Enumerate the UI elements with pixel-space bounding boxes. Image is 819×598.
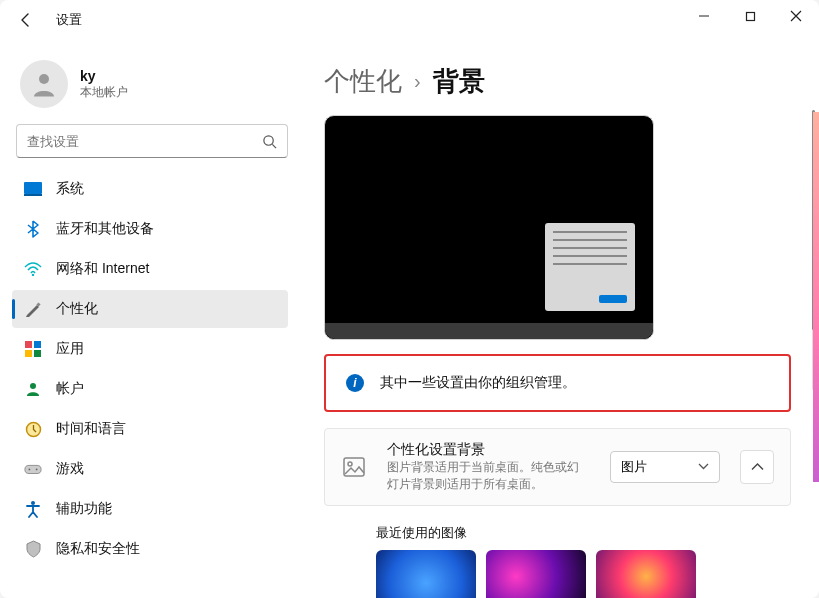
sidebar-item-personalization[interactable]: 个性化	[12, 290, 288, 328]
recent-images-label: 最近使用的图像	[376, 524, 791, 542]
chevron-down-icon	[698, 463, 709, 470]
desktop-preview	[324, 115, 654, 340]
apps-icon	[24, 340, 42, 358]
account-icon	[24, 380, 42, 398]
svg-point-3	[264, 135, 273, 144]
expand-button[interactable]	[740, 450, 774, 484]
content-area: 个性化 › 背景 i 其中一些设置由你的组织管理。	[300, 40, 819, 598]
nav-label: 帐户	[56, 380, 84, 398]
svg-rect-1	[746, 12, 754, 20]
user-name: ky	[80, 68, 128, 84]
minimize-button[interactable]	[681, 0, 727, 32]
nav-label: 隐私和安全性	[56, 540, 140, 558]
breadcrumb: 个性化 › 背景	[324, 64, 791, 99]
svg-point-7	[32, 274, 34, 276]
svg-rect-6	[24, 194, 42, 196]
nav-label: 个性化	[56, 300, 98, 318]
info-icon: i	[346, 374, 364, 392]
svg-rect-11	[25, 350, 32, 357]
time-icon	[24, 420, 42, 438]
nav-label: 时间和语言	[56, 420, 126, 438]
search-icon	[262, 134, 277, 149]
nav-label: 辅助功能	[56, 500, 112, 518]
svg-point-13	[30, 383, 36, 389]
nav-label: 系统	[56, 180, 84, 198]
user-subtitle: 本地帐户	[80, 84, 128, 101]
svg-rect-19	[344, 458, 364, 476]
close-button[interactable]	[773, 0, 819, 32]
sidebar-item-gaming[interactable]: 游戏	[12, 450, 288, 488]
search-field[interactable]	[27, 134, 262, 149]
svg-line-4	[272, 144, 276, 148]
search-input[interactable]	[16, 124, 288, 158]
privacy-icon	[24, 540, 42, 558]
breadcrumb-parent[interactable]: 个性化	[324, 64, 402, 99]
accessibility-icon	[24, 500, 42, 518]
sidebar-item-accessibility[interactable]: 辅助功能	[12, 490, 288, 528]
sidebar-item-privacy[interactable]: 隐私和安全性	[12, 530, 288, 568]
maximize-button[interactable]	[727, 0, 773, 32]
title-bar: 设置	[0, 0, 819, 40]
nav-list: 系统 蓝牙和其他设备 网络和 Internet 个性化 应用	[12, 170, 300, 568]
recent-image-thumb[interactable]	[486, 550, 586, 598]
svg-rect-9	[25, 341, 32, 348]
background-type-dropdown[interactable]: 图片	[610, 451, 720, 483]
svg-rect-12	[34, 350, 41, 357]
system-icon	[24, 180, 42, 198]
chevron-right-icon: ›	[414, 70, 421, 93]
gaming-icon	[24, 460, 42, 478]
svg-point-16	[29, 469, 31, 471]
sidebar-item-time-language[interactable]: 时间和语言	[12, 410, 288, 448]
sidebar-item-system[interactable]: 系统	[12, 170, 288, 208]
person-icon	[29, 69, 59, 99]
network-icon	[24, 260, 42, 278]
minimize-icon	[698, 10, 710, 22]
personalize-icon	[24, 300, 42, 318]
setting-title: 个性化设置背景	[387, 441, 590, 459]
svg-rect-5	[24, 182, 42, 194]
recent-images-row	[376, 550, 791, 598]
svg-rect-10	[34, 341, 41, 348]
sidebar-item-bluetooth[interactable]: 蓝牙和其他设备	[12, 210, 288, 248]
nav-label: 游戏	[56, 460, 84, 478]
arrow-left-icon	[18, 12, 34, 28]
svg-point-20	[348, 462, 352, 466]
svg-point-18	[31, 501, 35, 505]
sidebar: ky 本地帐户 系统 蓝牙和其他设备 网络和 In	[0, 40, 300, 598]
managed-by-org-banner: i 其中一些设置由你的组织管理。	[324, 354, 791, 412]
chevron-up-icon	[751, 463, 764, 471]
sidebar-item-apps[interactable]: 应用	[12, 330, 288, 368]
svg-point-17	[36, 469, 38, 471]
app-title: 设置	[56, 11, 82, 29]
sidebar-item-network[interactable]: 网络和 Internet	[12, 250, 288, 288]
bluetooth-icon	[24, 220, 42, 238]
preview-window	[545, 223, 635, 311]
banner-text: 其中一些设置由你的组织管理。	[380, 374, 576, 392]
svg-rect-15	[25, 465, 41, 473]
page-title: 背景	[433, 64, 485, 99]
setting-description: 图片背景适用于当前桌面。纯色或幻灯片背景则适用于所有桌面。	[387, 459, 587, 493]
close-icon	[790, 10, 802, 22]
svg-point-2	[39, 74, 49, 84]
preview-accent	[599, 295, 627, 303]
back-button[interactable]	[8, 2, 44, 38]
nav-label: 应用	[56, 340, 84, 358]
maximize-icon	[745, 11, 756, 22]
recent-image-thumb[interactable]	[596, 550, 696, 598]
sidebar-item-accounts[interactable]: 帐户	[12, 370, 288, 408]
background-setting-card: 个性化设置背景 图片背景适用于当前桌面。纯色或幻灯片背景则适用于所有桌面。 图片	[324, 428, 791, 506]
recent-image-thumb[interactable]	[376, 550, 476, 598]
dropdown-value: 图片	[621, 458, 647, 476]
preview-taskbar	[325, 323, 653, 339]
user-profile[interactable]: ky 本地帐户	[12, 52, 300, 124]
avatar	[20, 60, 68, 108]
nav-label: 网络和 Internet	[56, 260, 149, 278]
image-icon	[341, 454, 367, 480]
nav-label: 蓝牙和其他设备	[56, 220, 154, 238]
window-edge-accent	[813, 112, 819, 482]
